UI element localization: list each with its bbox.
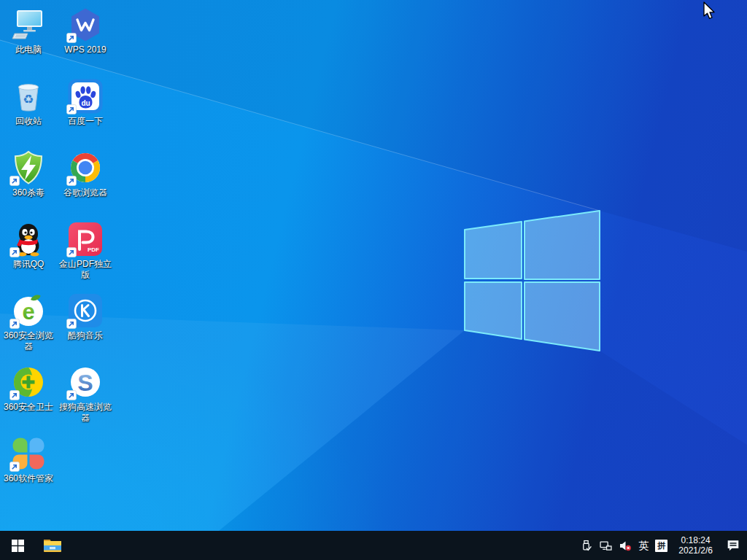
desktop-icon-kugou-music[interactable]: 酷狗音乐 — [57, 293, 114, 341]
desktop-icon-label: 360安全浏览器 — [1, 330, 56, 352]
shortcut-arrow-icon — [9, 462, 20, 472]
google-chrome-icon — [68, 150, 103, 185]
taskbar-clock[interactable]: 0:18:24 2021/2/6 — [674, 535, 717, 556]
desktop-icon-label: 百度一下 — [68, 116, 103, 127]
taskbar: 英 拼 0:18:24 2021/2/6 — [0, 531, 747, 560]
desktop-icon-label: 此电脑 — [15, 44, 42, 55]
shortcut-arrow-icon — [9, 247, 20, 257]
shortcut-arrow-icon — [66, 176, 77, 186]
svg-text:e: e — [22, 299, 34, 324]
desktop-icon-360-secure-browser[interactable]: e 360安全浏览器 — [0, 293, 57, 352]
desktop-icon-label: 腾讯QQ — [13, 259, 44, 270]
desktop-icon-label: 谷歌浏览器 — [63, 187, 107, 198]
360-software-manager-icon — [11, 436, 46, 471]
wps-2019-icon — [68, 7, 103, 42]
desktop: 此电脑 ♻ 回收站 360杀毒 — [0, 0, 747, 560]
desktop-icon-label: 金山PDF独立版 — [58, 259, 113, 281]
file-explorer-icon — [43, 537, 62, 553]
kingsoft-pdf-icon: PDF — [68, 222, 103, 257]
action-center-button[interactable] — [724, 531, 743, 560]
desktop-icon-tencent-qq[interactable]: 腾讯QQ — [0, 222, 57, 270]
svg-text:S: S — [77, 370, 93, 396]
desktop-icon-label: WPS 2019 — [64, 44, 106, 55]
desktop-icon-label: 搜狗高速浏览器 — [58, 402, 113, 424]
desktop-icon-kingsoft-pdf[interactable]: PDF 金山PDF独立版 — [57, 222, 114, 281]
desktop-icon-label: 360杀毒 — [12, 187, 44, 198]
start-button[interactable] — [0, 531, 35, 560]
ime-pinyin-indicator[interactable]: 拼 — [655, 540, 667, 552]
shortcut-arrow-icon — [9, 176, 20, 186]
recycle-bin-icon: ♻ — [11, 79, 46, 114]
mouse-cursor — [703, 1, 717, 20]
usb-safely-remove-icon[interactable] — [579, 531, 592, 560]
desktop-icon-label: 360软件管家 — [4, 473, 53, 484]
360-safeguard-icon — [11, 365, 46, 400]
desktop-icon-sogou-browser[interactable]: S 搜狗高速浏览器 — [57, 365, 114, 424]
svg-text:♻: ♻ — [23, 93, 34, 106]
tencent-qq-icon — [11, 222, 46, 257]
svg-text:PDF: PDF — [88, 246, 99, 253]
desktop-icon-label: 360安全卫士 — [4, 402, 53, 413]
sogou-browser-icon: S — [68, 365, 103, 400]
desktop-icon-360-software-manager[interactable]: 360软件管家 — [0, 436, 57, 484]
kugou-music-icon — [68, 293, 103, 328]
desktop-icon-360-antivirus[interactable]: 360杀毒 — [0, 150, 57, 198]
this-pc-icon — [11, 7, 46, 42]
shortcut-arrow-icon — [9, 319, 20, 329]
svg-text:du: du — [81, 99, 90, 107]
clock-date: 2021/2/6 — [678, 545, 713, 556]
shortcut-arrow-icon — [66, 390, 77, 400]
taskbar-left — [0, 531, 70, 560]
desktop-icon-label: 回收站 — [15, 116, 42, 127]
360-secure-browser-icon: e — [11, 293, 46, 328]
network-tray-icon[interactable] — [599, 531, 612, 560]
shortcut-arrow-icon — [9, 390, 20, 400]
shortcut-arrow-icon — [66, 247, 77, 257]
baidu-icon: du — [68, 79, 103, 114]
shortcut-arrow-icon — [66, 33, 77, 43]
volume-muted-icon[interactable] — [619, 531, 632, 560]
desktop-icon-recycle-bin[interactable]: ♻ 回收站 — [0, 79, 57, 127]
windows-logo-icon — [12, 540, 24, 552]
clock-time: 0:18:24 — [678, 535, 713, 545]
shortcut-arrow-icon — [66, 319, 77, 329]
desktop-icon-wps-2019[interactable]: WPS 2019 — [57, 7, 114, 55]
desktop-icon-baidu[interactable]: du 百度一下 — [57, 79, 114, 127]
ime-language-indicator[interactable]: 英 — [638, 531, 649, 560]
desktop-icon-google-chrome[interactable]: 谷歌浏览器 — [57, 150, 114, 198]
desktop-icon-label: 酷狗音乐 — [68, 330, 103, 341]
system-tray: 英 拼 0:18:24 2021/2/6 — [579, 531, 747, 560]
file-explorer-button[interactable] — [35, 531, 70, 560]
desktop-icon-this-pc[interactable]: 此电脑 — [0, 7, 57, 55]
shortcut-arrow-icon — [66, 104, 77, 114]
desktop-icon-360-safeguard[interactable]: 360安全卫士 — [0, 365, 57, 413]
360-antivirus-icon — [11, 150, 46, 185]
action-center-icon — [727, 539, 740, 552]
